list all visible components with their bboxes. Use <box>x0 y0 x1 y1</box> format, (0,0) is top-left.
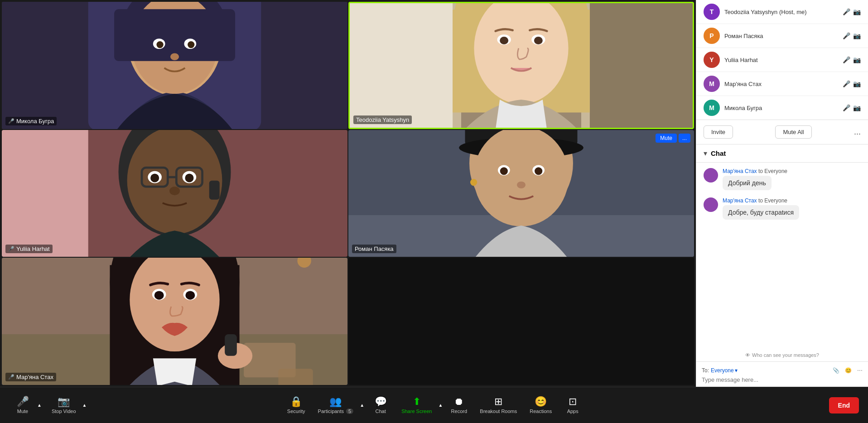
video-controls-4: Mute ... <box>656 134 690 143</box>
mute-chevron[interactable]: ▲ <box>36 403 43 408</box>
participant-name-text-5: Микола Бугра <box>724 105 838 111</box>
apps-btn-label: Apps <box>567 409 579 414</box>
stop-video-btn-label: Stop Video <box>52 409 76 414</box>
chat-messages: Мар'яна Стах to Everyone Добрий день Мар… <box>696 163 868 349</box>
end-button[interactable]: End <box>829 397 859 413</box>
video-cell-3: 🎤 Yuliia Harhat <box>2 130 347 257</box>
participant-name-text-3: Yuliia Harhat <box>724 57 838 63</box>
chat-avatar-2 <box>704 197 718 212</box>
svg-point-41 <box>474 130 569 226</box>
chat-sender-line-2: Мар'яна Стах to Everyone <box>723 197 861 204</box>
participants-btn-group: 👥 Participants 5 ▲ <box>313 394 366 417</box>
svg-point-47 <box>470 179 477 186</box>
chat-sender-line-1: Мар'яна Стах to Everyone <box>723 168 861 174</box>
message-input-area: To: Everyone ▾ 📎 😊 ⋯ <box>696 361 868 387</box>
record-button[interactable]: ⏺ Record <box>445 394 473 417</box>
attachment-icon[interactable]: 📎 <box>833 367 839 374</box>
security-button[interactable]: 🔒 Security <box>282 394 311 417</box>
breakout-toolbar-icon: ⊞ <box>494 397 502 407</box>
svg-rect-56 <box>278 369 313 385</box>
more-chat-options-icon[interactable]: ⋯ <box>857 367 863 374</box>
svg-rect-65 <box>225 334 237 356</box>
reactions-btn-label: Reactions <box>530 409 552 414</box>
chat-sender-name-1: Мар'яна Стах <box>723 168 757 174</box>
svg-point-9 <box>188 41 194 48</box>
cam-muted-icon-5: 📷 <box>853 104 861 111</box>
apps-button[interactable]: ⊡ Apps <box>559 394 586 417</box>
svg-rect-33 <box>209 180 220 199</box>
list-item: T Teodoziia Yatsyshyn (Host, me) 🎤 📷 <box>696 0 868 24</box>
reactions-button[interactable]: 😊 Reactions <box>524 394 557 417</box>
main-container: 🎤 Микола Бугра <box>0 0 868 387</box>
apps-toolbar-icon: ⊡ <box>569 397 577 407</box>
to-dropdown[interactable]: Everyone ▾ <box>711 367 738 374</box>
video-person-1 <box>2 2 347 129</box>
who-can-see-notice: 👁 Who can see your messages? <box>696 349 868 361</box>
action-buttons-row: Invite Mute All ... <box>696 120 868 144</box>
video-person-3 <box>2 130 347 257</box>
participant-name-text-2: Роман Пасяка <box>724 33 838 39</box>
share-screen-button[interactable]: ⬆ Share Screen <box>396 394 437 417</box>
chat-message-content-1: Мар'яна Стах to Everyone Добрий день <box>723 168 861 190</box>
shield-toolbar-icon: 🔒 <box>290 397 302 407</box>
share-screen-chevron[interactable]: ▲ <box>437 403 444 408</box>
stop-video-chevron[interactable]: ▲ <box>82 403 88 408</box>
participant-icons-5: 🎤 📷 <box>843 104 861 111</box>
video-cell-5: 🎤 Мар'яна Стах <box>2 258 347 385</box>
participant-name-1: 🎤 Микола Бугра <box>5 117 57 125</box>
participant-name-text-1: Teodoziia Yatsyshyn (Host, me) <box>724 9 838 15</box>
stop-video-button[interactable]: 📷 Stop Video <box>46 394 82 417</box>
mute-icon-3: 🎤 <box>8 246 14 252</box>
breakout-rooms-button[interactable]: ⊞ Breakout Rooms <box>474 394 522 417</box>
video-person-2 <box>350 3 693 128</box>
chat-collapse-button[interactable]: ▾ <box>704 149 707 158</box>
svg-point-62 <box>154 291 164 300</box>
invite-button[interactable]: Invite <box>704 125 733 139</box>
participants-toolbar-icon: 👥 <box>329 397 342 407</box>
record-toolbar-icon: ⏺ <box>454 397 464 407</box>
mic-muted-icon-3: 🎤 <box>843 56 850 63</box>
emoji-icon[interactable]: 😊 <box>845 367 852 374</box>
chat-message-2: Мар'яна Стах to Everyone Добре, буду ста… <box>704 197 861 220</box>
list-item: М Микола Бугра 🎤 📷 <box>696 96 868 120</box>
mute-all-button[interactable]: Mute All <box>775 125 811 139</box>
bottom-toolbar: 🎤 Mute ▲ 📷 Stop Video ▲ 🔒 Security 👥 Par… <box>0 387 868 423</box>
list-item: Р Роман Пасяка 🎤 📷 <box>696 24 868 48</box>
chat-button[interactable]: 💬 Chat <box>367 394 394 417</box>
mic-muted-icon-5: 🎤 <box>843 104 850 111</box>
mute-overlay-btn[interactable]: Mute <box>656 134 677 143</box>
participant-icons-1: 🎤 📷 <box>843 8 861 15</box>
mic-toolbar-icon: 🎤 <box>17 397 29 407</box>
svg-point-30 <box>150 173 159 182</box>
chat-sender-name-2: Мар'яна Стах <box>723 197 757 204</box>
lock-icon: 👁 <box>745 352 750 358</box>
participant-name-5: 🎤 Мар'яна Стах <box>5 373 56 381</box>
svg-rect-22 <box>2 130 88 257</box>
cam-icon-4: 📷 <box>853 80 861 87</box>
message-input[interactable] <box>702 376 863 383</box>
participant-name-3: 🎤 Yuliia Harhat <box>5 245 53 253</box>
svg-rect-12 <box>350 3 453 128</box>
chat-bubble-1: Добрий день <box>723 176 772 190</box>
svg-point-46 <box>517 181 526 188</box>
more-overlay-btn[interactable]: ... <box>679 134 690 143</box>
participant-icons-2: 🎤 📷 <box>843 32 861 39</box>
cam-icon-2: 📷 <box>853 32 861 39</box>
svg-point-45 <box>535 167 542 175</box>
mute-button[interactable]: 🎤 Mute <box>9 394 36 417</box>
cam-icon-1: 📷 <box>853 8 861 15</box>
to-line: To: Everyone ▾ 📎 😊 ⋯ <box>702 365 863 376</box>
video-person-4: Y <box>348 130 694 257</box>
chat-avatar-1 <box>704 168 718 183</box>
breakout-btn-label: Breakout Rooms <box>480 409 517 414</box>
reactions-toolbar-icon: 😊 <box>535 397 547 407</box>
participant-icons-3: 🎤 📷 <box>843 56 861 63</box>
toolbar-right: End <box>829 397 859 413</box>
participants-chevron[interactable]: ▲ <box>359 403 365 408</box>
right-panel: T Teodoziia Yatsyshyn (Host, me) 🎤 📷 Р Р… <box>696 0 868 387</box>
participants-button[interactable]: 👥 Participants 5 <box>313 394 359 417</box>
more-options-button[interactable]: ... <box>854 127 861 137</box>
chat-section: ▾ Chat Мар'яна Стах to Everyone Добрий д… <box>696 144 868 387</box>
share-screen-toolbar-icon: ⬆ <box>413 397 421 407</box>
input-row <box>702 376 863 383</box>
